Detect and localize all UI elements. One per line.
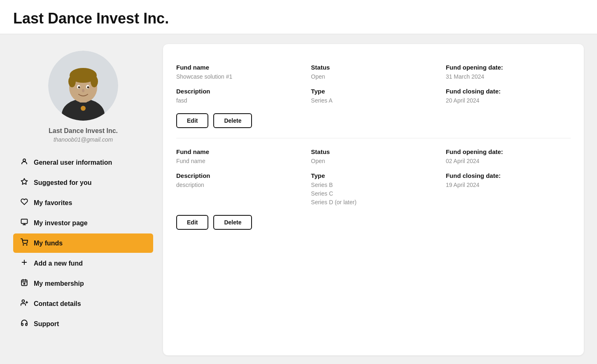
svg-point-18 — [23, 245, 24, 245]
sidebar-item-contact-label: Contact details — [34, 300, 81, 308]
svg-point-6 — [91, 76, 98, 87]
fund-desc-field-1: Description fasd — [176, 88, 301, 105]
fund-desc-label-1: Description — [176, 88, 301, 95]
svg-point-26 — [24, 283, 25, 285]
fund-desc-field-2: Description description — [176, 172, 301, 207]
user-name: Last Dance Invest Inc. — [49, 127, 118, 135]
fund-desc-label-2: Description — [176, 172, 301, 179]
sidebar-item-favorites[interactable]: My favorites — [13, 193, 153, 212]
svg-point-13 — [23, 159, 26, 161]
avatar — [48, 51, 118, 121]
svg-point-9 — [78, 86, 80, 89]
fund-name-label-1: Fund name — [176, 64, 301, 71]
fund-opening-label-2: Fund opening date: — [446, 148, 571, 155]
fund-closing-value-1: 20 April 2024 — [446, 96, 571, 105]
fund-opening-field-2: Fund opening date: 02 April 2024 — [446, 148, 571, 166]
fund-actions-1: Edit Delete — [176, 113, 571, 128]
sidebar-item-general[interactable]: General user information — [13, 153, 153, 172]
svg-point-27 — [22, 300, 24, 302]
delete-button-1[interactable]: Delete — [213, 113, 252, 128]
monitor-icon — [20, 218, 29, 228]
fund-type-field-2: Type Series B Series C Series D (or late… — [311, 172, 436, 207]
fund-name-field-2: Fund name Fund name — [176, 148, 301, 166]
sidebar-item-membership[interactable]: My membership — [13, 274, 153, 293]
sidebar-item-contact[interactable]: Contact details — [13, 294, 153, 313]
fund-desc-value-1: fasd — [176, 96, 301, 105]
cart-icon — [20, 238, 29, 248]
fund-type-label-2: Type — [311, 172, 436, 179]
sidebar-item-suggested[interactable]: Suggested for you — [13, 173, 153, 192]
sidebar-item-investor[interactable]: My investor page — [13, 213, 153, 233]
sidebar-item-funds-label: My funds — [34, 240, 63, 247]
fund-closing-label-2: Fund closing date: — [446, 172, 571, 179]
fund-closing-value-2: 19 April 2024 — [446, 181, 571, 189]
fund-name-value-1: Showcase solution #1 — [176, 72, 301, 81]
fund-name-label-2: Fund name — [176, 148, 301, 155]
fund-status-label-2: Status — [311, 148, 436, 155]
star-icon — [20, 178, 29, 187]
fund-type-value-1: Series A — [311, 96, 436, 105]
fund-closing-label-1: Fund closing date: — [446, 88, 571, 95]
fund-opening-label-1: Fund opening date: — [446, 64, 571, 71]
fund-grid-2: Fund name Fund name Status Open Fund ope… — [176, 148, 571, 207]
fund-opening-value-1: 31 March 2024 — [446, 72, 571, 81]
svg-point-19 — [26, 245, 27, 245]
svg-marker-14 — [21, 179, 28, 184]
fund-status-label-1: Status — [311, 64, 436, 71]
page-title: Last Dance Invest Inc. — [13, 10, 584, 27]
fund-type-label-1: Type — [311, 88, 436, 95]
svg-point-10 — [87, 86, 89, 89]
fund-status-value-2: Open — [311, 157, 436, 166]
fund-status-field-2: Status Open — [311, 148, 436, 166]
person-icon — [20, 158, 29, 167]
edit-button-2[interactable]: Edit — [176, 215, 208, 230]
sidebar-item-support[interactable]: Support — [13, 314, 153, 334]
fund-closing-field-2: Fund closing date: 19 April 2024 — [446, 172, 571, 207]
svg-rect-15 — [21, 219, 28, 224]
svg-point-12 — [81, 106, 86, 111]
fund-opening-field-1: Fund opening date: 31 March 2024 — [446, 64, 571, 81]
sidebar-item-add-fund[interactable]: Add a new fund — [13, 254, 153, 273]
fund-name-field-1: Fund name Showcase solution #1 — [176, 64, 301, 81]
sidebar-item-investor-label: My investor page — [34, 219, 88, 227]
calendar-icon — [20, 279, 29, 288]
fund-closing-field-1: Fund closing date: 20 April 2024 — [446, 88, 571, 105]
content-area: Fund name Showcase solution #1 Status Op… — [163, 44, 584, 355]
person-add-icon — [20, 299, 29, 308]
fund-actions-2: Edit Delete — [176, 215, 571, 230]
fund-name-value-2: Fund name — [176, 157, 301, 166]
sidebar-item-favorites-label: My favorites — [34, 199, 72, 207]
svg-point-5 — [68, 76, 76, 87]
headset-icon — [20, 319, 29, 329]
fund-type-field-1: Type Series A — [311, 88, 436, 105]
heart-icon — [20, 198, 29, 208]
fund-desc-value-2: description — [176, 181, 301, 189]
fund-status-value-1: Open — [311, 72, 436, 81]
user-email: thanoob01@gmail.com — [54, 136, 113, 143]
sidebar-item-membership-label: My membership — [34, 280, 84, 287]
fund-type-value-2: Series B Series C Series D (or later) — [311, 181, 436, 207]
delete-button-2[interactable]: Delete — [213, 215, 252, 230]
sidebar-item-suggested-label: Suggested for you — [34, 179, 91, 187]
sidebar-item-support-label: Support — [34, 320, 59, 328]
fund-card-2: Fund name Fund name Status Open Fund ope… — [176, 138, 571, 240]
sidebar-item-funds[interactable]: My funds — [13, 233, 153, 253]
fund-status-field-1: Status Open — [311, 64, 436, 81]
sidebar-item-add-fund-label: Add a new fund — [34, 260, 83, 267]
fund-card-1: Fund name Showcase solution #1 Status Op… — [176, 54, 571, 138]
nav-list: General user information Suggested for y… — [13, 153, 153, 334]
edit-button-1[interactable]: Edit — [176, 113, 208, 128]
fund-opening-value-2: 02 April 2024 — [446, 157, 571, 166]
plus-icon — [20, 259, 29, 268]
svg-point-11 — [82, 89, 84, 92]
fund-grid-1: Fund name Showcase solution #1 Status Op… — [176, 64, 571, 105]
sidebar-item-general-label: General user information — [34, 159, 112, 166]
sidebar: Last Dance Invest Inc. thanoob01@gmail.c… — [13, 44, 153, 355]
